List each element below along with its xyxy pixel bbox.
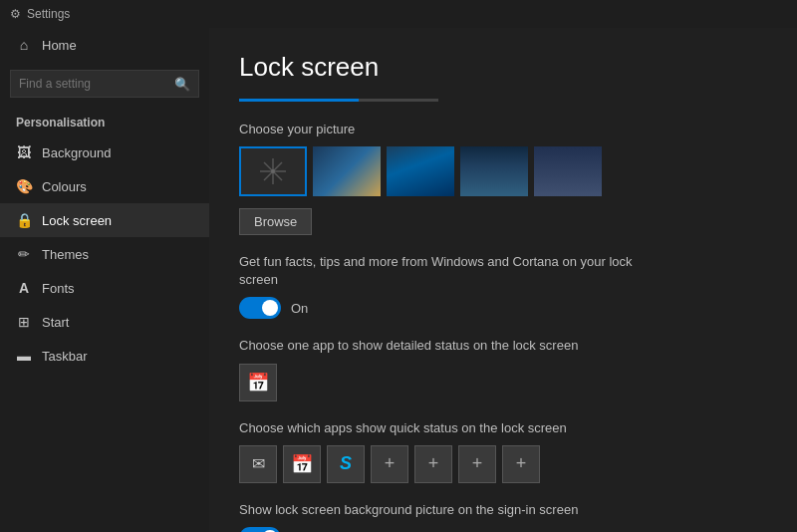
- sidebar-item-home-label: Home: [42, 38, 77, 53]
- sidebar-item-start-label: Start: [42, 315, 69, 330]
- progress-bar-fill: [239, 99, 359, 102]
- personalisation-label: Personalisation: [0, 104, 209, 135]
- sidebar-item-fonts-label: Fonts: [42, 281, 75, 296]
- search-input[interactable]: [19, 77, 174, 91]
- settings-icon: ⚙: [10, 7, 21, 21]
- themes-icon: ✏: [16, 246, 32, 262]
- calendar-icon-2: 📅: [291, 453, 313, 475]
- picture-thumb-1[interactable]: [239, 146, 307, 196]
- fun-facts-section: Get fun facts, tips and more from Window…: [239, 253, 767, 319]
- search-box[interactable]: 🔍: [10, 70, 199, 98]
- quick-status-mail-box[interactable]: ✉: [239, 445, 277, 483]
- picture-thumb-1-pattern: [241, 148, 305, 194]
- sidebar-item-taskbar[interactable]: ▬ Taskbar: [0, 339, 209, 373]
- search-icon: 🔍: [174, 77, 190, 92]
- lock-screen-icon: 🔒: [16, 212, 32, 228]
- sidebar-item-lock-screen[interactable]: 🔒 Lock screen: [0, 203, 209, 237]
- app-body: ⌂ Home 🔍 Personalisation 🖼 Background 🎨 …: [0, 28, 797, 532]
- detailed-status-app-box[interactable]: 📅: [239, 364, 277, 401]
- quick-status-plus-4[interactable]: +: [502, 445, 540, 483]
- fun-facts-description: Get fun facts, tips and more from Window…: [239, 253, 658, 289]
- sidebar-item-fonts[interactable]: A Fonts: [0, 271, 209, 305]
- progress-bar: [239, 99, 438, 102]
- picture-thumb-4[interactable]: [460, 146, 528, 196]
- svg-point-4: [271, 169, 275, 173]
- sparkle-icon: [258, 156, 288, 186]
- quick-status-plus-1[interactable]: +: [371, 445, 408, 483]
- calendar-icon: 📅: [247, 372, 269, 394]
- start-icon: ⊞: [16, 314, 32, 330]
- sidebar-item-colours-label: Colours: [42, 179, 87, 194]
- sidebar-item-start[interactable]: ⊞ Start: [0, 305, 209, 339]
- quick-status-calendar-box[interactable]: 📅: [283, 445, 321, 483]
- title-bar: ⚙ Settings: [0, 0, 797, 28]
- fonts-icon: A: [16, 280, 32, 296]
- background-icon: 🖼: [16, 144, 32, 160]
- sidebar-item-home[interactable]: ⌂ Home: [0, 28, 209, 62]
- sidebar-item-themes-label: Themes: [42, 247, 89, 262]
- fun-facts-toggle-label: On: [291, 301, 308, 316]
- quick-status-apps-row: ✉ 📅 S + + + +: [239, 445, 767, 483]
- plus-icon-2: +: [428, 453, 439, 474]
- home-icon: ⌂: [16, 37, 32, 53]
- detailed-status-label: Choose one app to show detailed status o…: [239, 337, 658, 355]
- sidebar-item-colours[interactable]: 🎨 Colours: [0, 169, 209, 203]
- skype-icon: S: [340, 453, 352, 474]
- title-bar-title: Settings: [27, 7, 70, 21]
- quick-status-label: Choose which apps show quick status on t…: [239, 419, 658, 437]
- sidebar-item-themes[interactable]: ✏ Themes: [0, 237, 209, 271]
- plus-icon-1: +: [385, 453, 396, 474]
- fun-facts-toggle-knob: [262, 300, 278, 316]
- mail-icon: ✉: [252, 454, 265, 473]
- sidebar-item-background-label: Background: [42, 145, 111, 160]
- main-content: Lock screen Choose your picture: [209, 28, 797, 532]
- taskbar-icon: ▬: [16, 348, 32, 364]
- picture-thumb-5[interactable]: [534, 146, 602, 196]
- quick-status-skype-box[interactable]: S: [327, 445, 365, 483]
- picture-thumb-3[interactable]: [387, 146, 454, 196]
- quick-status-plus-3[interactable]: +: [458, 445, 496, 483]
- picture-row: [239, 146, 767, 196]
- colours-icon: 🎨: [16, 178, 32, 194]
- fun-facts-toggle-row: On: [239, 297, 767, 319]
- sign-in-toggle-row: On: [239, 527, 767, 532]
- sidebar-item-taskbar-label: Taskbar: [42, 349, 88, 364]
- sign-in-section: Show lock screen background picture on t…: [239, 501, 767, 532]
- browse-button[interactable]: Browse: [239, 208, 312, 235]
- sidebar-item-lock-screen-label: Lock screen: [42, 213, 112, 228]
- plus-icon-4: +: [516, 453, 527, 474]
- fun-facts-toggle[interactable]: [239, 297, 281, 319]
- picture-thumb-2[interactable]: [313, 146, 381, 196]
- choose-picture-label: Choose your picture: [239, 122, 767, 136]
- quick-status-plus-2[interactable]: +: [414, 445, 452, 483]
- sidebar-item-background[interactable]: 🖼 Background: [0, 135, 209, 169]
- sidebar: ⌂ Home 🔍 Personalisation 🖼 Background 🎨 …: [0, 28, 209, 532]
- sign-in-label: Show lock screen background picture on t…: [239, 501, 658, 519]
- plus-icon-3: +: [472, 453, 483, 474]
- page-title: Lock screen: [239, 52, 767, 83]
- sign-in-toggle[interactable]: [239, 527, 281, 532]
